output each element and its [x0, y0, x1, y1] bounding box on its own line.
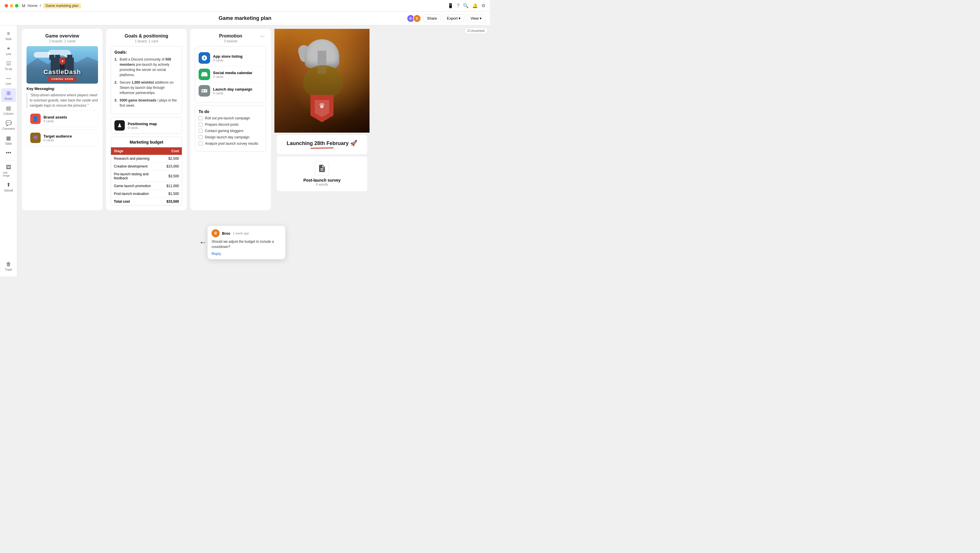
- breadcrumb-home[interactable]: Home: [28, 3, 38, 8]
- sidebar-item-board[interactable]: ⊞ Board: [1, 88, 16, 102]
- budget-row-cost: $2,500: [164, 155, 182, 163]
- sidebar-item-comment[interactable]: 💬 Comment: [1, 118, 16, 132]
- launch-day-icon: [199, 85, 210, 97]
- launch-card: Launching 28th February 🚀: [277, 135, 367, 154]
- budget-col-cost: Cost: [164, 147, 182, 155]
- budget-row-cost: $11,000: [164, 182, 182, 190]
- goals-title: Goals & positioning: [111, 33, 182, 39]
- settings-icon[interactable]: ⚙: [481, 3, 485, 8]
- survey-count: 0 words: [316, 183, 328, 186]
- todo-checkbox-5[interactable]: [199, 142, 203, 146]
- sidebar-item-trash[interactable]: 🗑 Trash: [1, 260, 16, 273]
- goals-section-title: Goals:: [115, 50, 178, 54]
- sidebar-label-board: Board: [5, 97, 13, 100]
- app-store-listing-item[interactable]: App store listing 0 cards: [199, 50, 262, 66]
- fullscreen-button[interactable]: [15, 4, 18, 8]
- sidebar-label-comment: Comment: [2, 127, 15, 130]
- sidebar-item-column[interactable]: ▤ Column: [1, 103, 16, 117]
- column-icon: ▤: [6, 105, 11, 111]
- device-icon[interactable]: 📱: [448, 3, 453, 8]
- brand-assets-card[interactable]: 👤 Brand assets 0 cards: [27, 110, 98, 127]
- view-button[interactable]: View ▾: [467, 14, 485, 22]
- promo-subtitle: 3 boards: [195, 39, 266, 43]
- unsorted-badge[interactable]: 0 Unsorted: [465, 28, 488, 34]
- todo-checkbox-4[interactable]: [199, 135, 203, 139]
- social-media-count: 0 cards: [213, 75, 253, 78]
- sidebar-label-add-image: Add image: [3, 171, 14, 177]
- sidebar-label-table: Table: [5, 142, 12, 145]
- breadcrumb: M Home / Game marketing plan: [22, 3, 81, 8]
- comment-arrow: ←: [199, 239, 207, 247]
- todo-item-4: Design launch day campaign: [199, 135, 262, 139]
- comment-author: Broc: [222, 231, 231, 236]
- add-image-icon: 🖼: [6, 164, 11, 171]
- sidebar-label-link: Link: [6, 53, 11, 56]
- comment-header: B Broc 1 week ago: [212, 229, 281, 237]
- sidebar-label-upload: Upload: [4, 189, 13, 192]
- todo-item-3: Contact gaming bloggers: [199, 129, 262, 133]
- todo-checkbox-2[interactable]: [199, 123, 203, 127]
- help-icon[interactable]: ?: [457, 3, 460, 8]
- todo-checkbox-1[interactable]: [199, 116, 203, 120]
- goal-item-1: 1. Build a Discord community of 500 memb…: [115, 57, 178, 78]
- sidebar-label-line: Line: [6, 82, 11, 85]
- budget-table: Stage Cost Research and planning$2,500Cr…: [111, 147, 182, 205]
- avatar-user2: B: [413, 14, 421, 22]
- positioning-map-item[interactable]: ♟ Positioning map 0 cards: [111, 117, 182, 134]
- brand-assets-text: Brand assets 0 cards: [43, 115, 94, 123]
- todo-section: To do Roll out pre-launch campaign Prepa…: [195, 105, 266, 151]
- budget-row-stage: Creative development: [111, 163, 164, 171]
- goal-item-2: 2. Secure 1,000 wishlist additions on St…: [115, 80, 178, 96]
- survey-card[interactable]: Post-launch survey 0 words: [277, 156, 367, 191]
- app-store-count: 0 cards: [213, 59, 243, 62]
- survey-name: Post-launch survey: [303, 178, 340, 183]
- goals-section: Goals: 1. Build a Discord community of 5…: [111, 46, 182, 114]
- export-button[interactable]: Export ▾: [443, 14, 465, 22]
- target-audience-name: Target audience: [43, 134, 94, 139]
- sidebar-item-table[interactable]: ▦ Table: [1, 133, 16, 147]
- reply-button[interactable]: Reply: [212, 252, 281, 256]
- main-content: 0 Unsorted Game overview 2 boards, 2 car…: [17, 25, 490, 276]
- survey-icon: [315, 161, 329, 175]
- brand-assets-icon: 👤: [30, 113, 41, 124]
- brand-assets-count: 0 cards: [43, 120, 94, 123]
- budget-row-cost: $3,500: [164, 171, 182, 182]
- more-icon: •••: [6, 150, 11, 156]
- launch-day-count: 0 cards: [213, 91, 253, 95]
- minimize-button[interactable]: [10, 4, 13, 8]
- budget-row-stage: Game launch promotion: [111, 182, 164, 190]
- sidebar-divider: [3, 160, 14, 160]
- goal-item-3: 3. 5000 game downloads / plays in the fi…: [115, 98, 178, 108]
- goals-positioning-card: Goals & positioning 1 board, 1 card Goal…: [106, 29, 187, 210]
- launch-day-campaign-item[interactable]: Launch day campaign 0 cards: [199, 83, 262, 99]
- budget-row-stage: Total cost: [111, 198, 164, 206]
- positioning-map-count: 0 cards: [128, 126, 157, 129]
- launch-rocket: 🚀: [350, 140, 357, 146]
- sidebar: ≡ Note ⚭ Link ☑ To-do — Line ⊞ Board ▤ C…: [0, 25, 17, 276]
- comment-time: 1 week ago: [233, 231, 249, 235]
- goals-subtitle: 1 board, 1 card: [111, 39, 182, 43]
- social-media-item[interactable]: Social media calendar 0 cards: [199, 66, 262, 83]
- sidebar-item-upload[interactable]: ⬆ Upload: [1, 180, 16, 194]
- trash-icon: 🗑: [6, 261, 11, 267]
- todo-checkbox-3[interactable]: [199, 129, 203, 133]
- promo-minimize-button[interactable]: —: [258, 33, 266, 39]
- sidebar-label-note: Note: [5, 37, 11, 41]
- budget-row-stage: Pre-launch testing and feedback: [111, 171, 164, 182]
- sidebar-item-more[interactable]: •••: [1, 148, 16, 158]
- promo-title: Promotion: [213, 33, 248, 39]
- sidebar-item-note[interactable]: ≡ Note: [1, 29, 16, 42]
- close-button[interactable]: [5, 4, 8, 8]
- search-icon[interactable]: 🔍: [463, 3, 469, 8]
- top-bar: M Home / Game marketing plan 📱 ? 🔍 🔔 ⚙: [0, 0, 490, 11]
- notifications-icon[interactable]: 🔔: [472, 3, 478, 8]
- sidebar-item-add-image[interactable]: 🖼 Add image: [1, 163, 16, 179]
- sidebar-item-line[interactable]: — Line: [1, 73, 16, 87]
- marketing-budget-section: Marketing budget Stage Cost Research and…: [111, 137, 182, 206]
- breadcrumb-page[interactable]: Game marketing plan: [43, 3, 81, 8]
- share-button[interactable]: Share: [423, 14, 441, 22]
- sidebar-item-link[interactable]: ⚭ Link: [1, 43, 16, 57]
- target-audience-card[interactable]: 👾 Target audience 0 cards: [27, 129, 98, 146]
- sidebar-item-todo[interactable]: ☑ To-do: [1, 59, 16, 72]
- page-title: Game marketing plan: [218, 15, 271, 21]
